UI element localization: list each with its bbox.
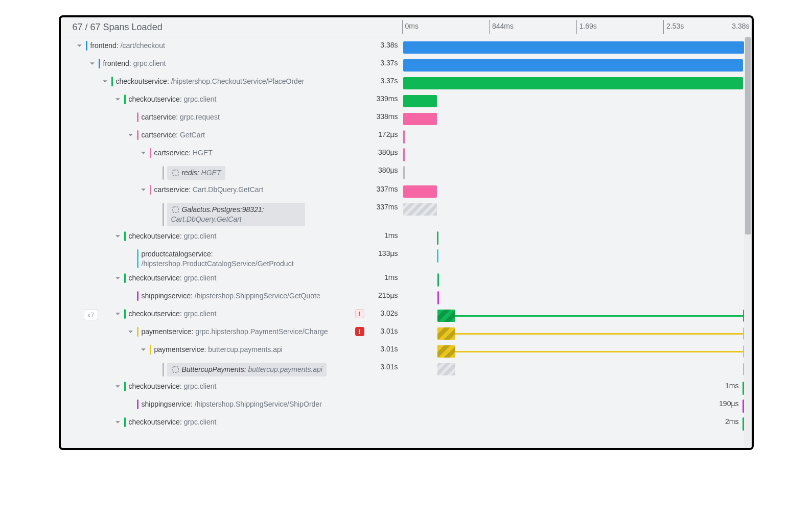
expand-toggle[interactable] [75, 41, 84, 50]
service-name: checkoutservice: [116, 77, 169, 85]
span-bar[interactable] [403, 130, 405, 144]
span-label: frontend: grpc.client [103, 59, 169, 68]
span-timeline-cell [403, 306, 744, 324]
span-bar[interactable] [403, 185, 437, 198]
service-color-bar [124, 231, 126, 241]
span-label: shippingservice: /hipstershop.ShippingSe… [142, 399, 325, 409]
span-row[interactable]: checkoutservice: grpc.client1ms [61, 379, 744, 397]
time-axis: 0ms844ms1.69s2.53s3.38s [403, 17, 752, 37]
span-row[interactable]: checkoutservice: grpc.client339ms [61, 92, 744, 110]
span-label: productcatalogservice: /hipstershop.Prod… [142, 249, 347, 269]
operation-name: /hipstershop.ProductCatalogService/GetPr… [142, 260, 294, 268]
time-axis-tick: 0ms [403, 22, 419, 30]
span-timeline-cell [403, 163, 744, 181]
span-bar[interactable] [437, 249, 438, 263]
operation-name: grpc.client [182, 95, 217, 103]
service-name: Galactus.Postgres:98321: [182, 205, 264, 214]
span-row[interactable]: Galactus.Postgres:98321: Cart.DbQuery.Ge… [61, 200, 744, 229]
expand-toggle[interactable] [139, 345, 148, 354]
span-bar[interactable] [403, 113, 437, 125]
span-label: checkoutservice: grpc.client [129, 273, 220, 283]
time-axis-tick: 1.69s [577, 22, 597, 30]
span-timeline-cell: 1ms [403, 379, 744, 397]
span-row[interactable]: frontend: /cart/checkout3.38s [61, 38, 744, 56]
span-duration: 3.37s [367, 74, 403, 85]
service-name: paymentservice: [142, 327, 194, 336]
expand-toggle[interactable] [113, 418, 122, 427]
span-row[interactable]: checkoutservice: grpc.client2ms [61, 415, 744, 433]
span-duration: 3.01s [367, 360, 403, 371]
expand-toggle[interactable] [126, 131, 135, 139]
service-color-bar [124, 273, 126, 283]
span-timeline-cell [403, 289, 744, 306]
span-bar[interactable] [437, 345, 456, 358]
operation-name: Cart.DbQuery.GetCart [171, 215, 242, 223]
span-timeline-cell [403, 360, 744, 378]
span-row[interactable]: ButtercupPayments: buttercup.payments.ap… [61, 360, 744, 379]
span-row[interactable]: cartservice: grpc.request338ms [61, 110, 744, 128]
span-row[interactable]: cartservice: HGET380µs [61, 146, 744, 163]
span-bar[interactable] [403, 41, 744, 54]
span-label: paymentservice: buttercup.payments.api [154, 345, 286, 355]
span-bar[interactable] [437, 273, 439, 287]
operation-name: grpc.request [178, 113, 220, 121]
service-name: ButtercupPayments: [182, 365, 246, 373]
span-label: checkoutservice: grpc.client [129, 309, 220, 319]
scrollbar-track[interactable] [744, 37, 752, 448]
operation-name: grpc.client [182, 274, 217, 282]
expand-toggle[interactable] [101, 77, 109, 86]
operation-name: /hipstershop.ShippingService/GetQuote [193, 292, 320, 300]
span-bar[interactable] [437, 363, 456, 375]
span-bar[interactable] [437, 310, 456, 322]
span-bar[interactable] [403, 77, 743, 89]
span-bar[interactable] [437, 291, 439, 304]
inferred-span-box: ButtercupPayments: buttercup.payments.ap… [167, 363, 327, 376]
expand-toggle[interactable] [113, 274, 122, 282]
span-row[interactable]: shippingservice: /hipstershop.ShippingSe… [61, 289, 744, 306]
span-row[interactable]: checkoutservice: /hipstershop.CheckoutSe… [61, 74, 744, 92]
service-name: redis: [182, 169, 199, 177]
service-color-bar [150, 185, 151, 195]
span-bar[interactable] [403, 203, 437, 216]
span-duration: 172µs [367, 128, 403, 138]
span-label: cartservice: HGET [154, 148, 216, 158]
expand-toggle[interactable] [113, 310, 122, 318]
expand-toggle[interactable] [113, 95, 122, 104]
span-bar[interactable] [403, 148, 405, 161]
span-timeline-cell: 190µs [403, 397, 744, 415]
span-timeline-cell [403, 342, 744, 360]
service-color-bar [124, 382, 126, 391]
service-color-bar [137, 291, 138, 301]
span-timeline-cell [403, 128, 744, 146]
span-row[interactable]: productcatalogservice: /hipstershop.Prod… [61, 247, 744, 271]
span-bar[interactable] [403, 95, 437, 107]
expand-toggle[interactable] [113, 382, 122, 391]
inferred-icon [171, 169, 180, 177]
expand-toggle[interactable] [113, 232, 122, 241]
service-color-bar [150, 345, 151, 355]
expand-toggle[interactable] [139, 185, 148, 194]
span-row[interactable]: redis: HGET380µs [61, 163, 744, 182]
scrollbar-thumb[interactable] [745, 37, 751, 234]
span-row[interactable]: frontend: grpc.client3.37s [61, 56, 744, 74]
span-bar[interactable] [403, 166, 405, 179]
expand-toggle[interactable] [88, 59, 97, 68]
operation-name: buttercup.payments.api [206, 345, 282, 353]
expand-toggle[interactable] [126, 327, 135, 336]
span-row[interactable]: checkoutservice: grpc.client1ms [61, 271, 744, 289]
span-bar[interactable] [437, 231, 438, 245]
span-bar[interactable] [437, 327, 456, 340]
span-row[interactable]: x7checkoutservice: grpc.client!3.02s [61, 306, 744, 324]
expand-toggle[interactable] [139, 149, 148, 157]
span-row[interactable]: paymentservice: grpc.hipstershop.Payment… [61, 324, 744, 342]
operation-name: buttercup.payments.api [246, 365, 322, 373]
span-row[interactable]: shippingservice: /hipstershop.ShippingSe… [61, 397, 744, 415]
span-row[interactable]: cartservice: GetCart172µs [61, 128, 744, 146]
span-duration: 339ms [367, 92, 403, 103]
span-label: cartservice: grpc.request [142, 112, 223, 122]
span-label: checkoutservice: /hipstershop.CheckoutSe… [116, 77, 308, 86]
span-row[interactable]: cartservice: Cart.DbQuery.GetCart337ms [61, 182, 744, 200]
span-row[interactable]: checkoutservice: grpc.client1ms [61, 229, 744, 247]
span-bar[interactable] [403, 59, 743, 72]
span-row[interactable]: paymentservice: buttercup.payments.api3.… [61, 342, 744, 360]
